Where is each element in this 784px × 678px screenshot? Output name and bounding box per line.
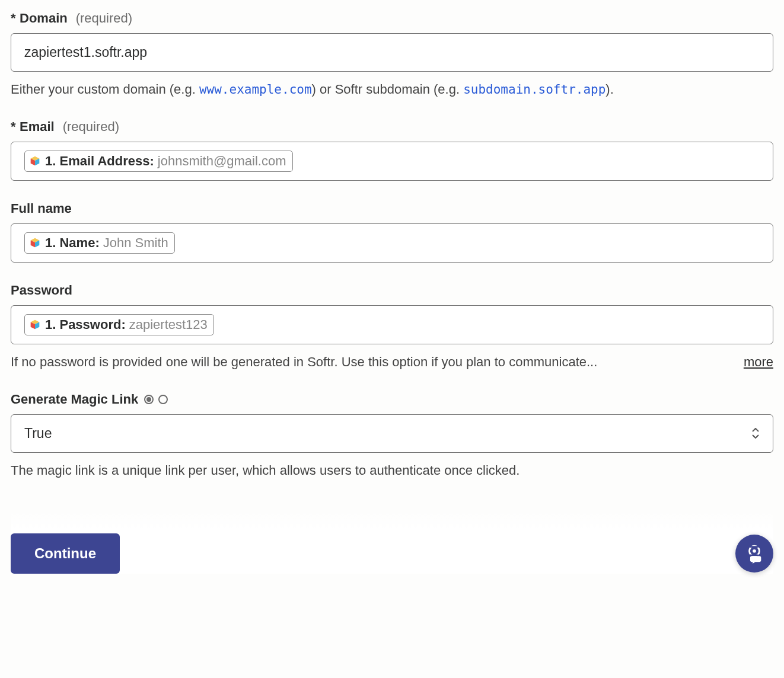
select-chevrons-icon bbox=[751, 428, 760, 439]
fullname-pill-label: 1. Name: bbox=[45, 235, 100, 251]
magic-select[interactable]: True bbox=[11, 414, 773, 453]
help-chat-icon bbox=[744, 543, 764, 564]
password-pill-value: zapiertest123 bbox=[129, 317, 208, 332]
fullname-pill[interactable]: 1. Name: John Smith bbox=[24, 232, 175, 254]
email-field-group: * Email (required) 1. Email Address: joh… bbox=[11, 119, 773, 181]
domain-input[interactable]: zapiertest1.softr.app bbox=[11, 33, 773, 72]
help-fab[interactable] bbox=[735, 535, 773, 573]
zap-source-icon bbox=[28, 236, 42, 250]
password-pill[interactable]: 1. Password: zapiertest123 bbox=[24, 314, 214, 335]
domain-field-group: * Domain (required) zapiertest1.softr.ap… bbox=[11, 11, 773, 99]
password-label-row: Password bbox=[11, 283, 773, 298]
domain-code-example1: www.example.com bbox=[199, 82, 312, 97]
field-type-toggle[interactable] bbox=[144, 395, 168, 404]
magic-field-group: Generate Magic Link True The magic link … bbox=[11, 392, 773, 480]
magic-select-value: True bbox=[24, 426, 52, 442]
domain-value: zapiertest1.softr.app bbox=[24, 44, 147, 60]
domain-helper: Either your custom domain (e.g. www.exam… bbox=[11, 80, 773, 99]
radio-selected-icon[interactable] bbox=[144, 395, 154, 404]
more-link[interactable]: more bbox=[744, 354, 773, 370]
email-label-row: * Email (required) bbox=[11, 119, 773, 135]
magic-helper: The magic link is a unique link per user… bbox=[11, 461, 773, 480]
password-helper: If no password is provided one will be g… bbox=[11, 353, 726, 372]
svg-point-10 bbox=[753, 549, 756, 553]
continue-button[interactable]: Continue bbox=[11, 533, 120, 574]
magic-label: Generate Magic Link bbox=[11, 392, 138, 407]
email-label: Email bbox=[20, 119, 55, 134]
footer-bar: Continue bbox=[11, 510, 773, 574]
zap-source-icon bbox=[28, 155, 42, 168]
domain-label-row: * Domain (required) bbox=[11, 11, 773, 26]
domain-label: Domain bbox=[20, 11, 68, 25]
email-pill-value: johnsmith@gmail.com bbox=[158, 153, 286, 169]
password-input[interactable]: 1. Password: zapiertest123 bbox=[11, 305, 773, 344]
required-text: (required) bbox=[76, 11, 132, 26]
required-asterisk: * bbox=[11, 119, 16, 134]
domain-code-example2: subdomain.softr.app bbox=[463, 82, 605, 97]
required-text: (required) bbox=[63, 119, 119, 135]
radio-unselected-icon[interactable] bbox=[158, 395, 168, 404]
password-helper-row: If no password is provided one will be g… bbox=[11, 353, 773, 372]
magic-label-row: Generate Magic Link bbox=[11, 392, 773, 407]
email-input[interactable]: 1. Email Address: johnsmith@gmail.com bbox=[11, 142, 773, 181]
fullname-pill-value: John Smith bbox=[103, 235, 168, 251]
email-pill[interactable]: 1. Email Address: johnsmith@gmail.com bbox=[24, 151, 293, 172]
password-pill-label: 1. Password: bbox=[45, 317, 126, 332]
password-label: Password bbox=[11, 283, 72, 298]
email-pill-label: 1. Email Address: bbox=[45, 153, 154, 169]
required-asterisk: * bbox=[11, 11, 16, 25]
fullname-label-row: Full name bbox=[11, 201, 773, 216]
fullname-field-group: Full name 1. Name: John Smith bbox=[11, 201, 773, 263]
password-field-group: Password 1. Password: zapiertest123 If n… bbox=[11, 283, 773, 372]
zap-source-icon bbox=[28, 318, 42, 331]
fullname-label: Full name bbox=[11, 201, 72, 216]
fullname-input[interactable]: 1. Name: John Smith bbox=[11, 223, 773, 263]
